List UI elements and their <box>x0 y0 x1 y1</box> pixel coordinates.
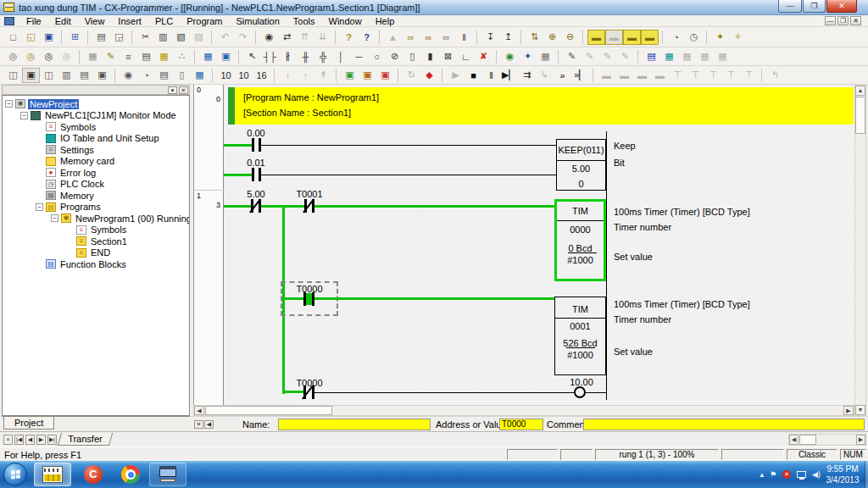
sim-step-button[interactable]: ▶▏ <box>500 68 518 83</box>
tree-item-plc-clock[interactable]: ◷PLC Clock <box>3 179 189 191</box>
restore-button[interactable]: ❐ <box>803 0 826 13</box>
mnemonics-button[interactable]: ▤ <box>137 49 155 64</box>
scroll-thumb[interactable] <box>799 435 816 445</box>
find-button[interactable]: ◉ <box>260 30 278 45</box>
run-mode-button[interactable]: ▬ <box>641 30 659 45</box>
open-button[interactable]: ◱ <box>22 30 40 45</box>
symbol-table-button[interactable]: ▦ <box>155 49 173 64</box>
show-desktop-button[interactable] <box>865 461 868 488</box>
contact-0-00[interactable] <box>252 138 254 152</box>
force-off-button[interactable]: ✧ <box>729 30 747 45</box>
save-button[interactable]: ▣ <box>40 30 58 45</box>
menu-edit[interactable]: Edit <box>48 15 78 27</box>
verify-button[interactable]: ⇅ <box>526 30 543 45</box>
new-or-contact-button[interactable]: ╫ <box>297 49 314 64</box>
menu-tools[interactable]: Tools <box>287 15 322 27</box>
find-report-button[interactable]: ◉ <box>120 68 137 83</box>
ladder-diagram[interactable]: 0 0 1 3 [Program Name : NewProgram1] [Se… <box>193 85 854 405</box>
menu-plc[interactable]: PLC <box>148 15 180 27</box>
select-mode-button[interactable]: ↖ <box>243 49 261 64</box>
tile-horizontal-button[interactable]: ▥ <box>58 68 75 83</box>
taskbar-ccleaner-button[interactable]: C <box>75 463 112 486</box>
mdi-minimize-button[interactable]: — <box>825 16 836 25</box>
address-input[interactable]: T0000 <box>499 419 543 430</box>
flag-icon[interactable]: ⚑ <box>770 470 776 479</box>
output-scrollbar[interactable]: ◀ ▶ <box>788 434 866 446</box>
new-or-closed-contact-button[interactable]: ╬ <box>314 49 332 64</box>
contact-0-01[interactable] <box>252 168 254 181</box>
nav-last-button[interactable]: ▶| <box>47 435 57 445</box>
minimize-button[interactable]: — <box>778 0 802 13</box>
taskbar-cx-programmer-button[interactable] <box>34 463 71 486</box>
menu-insert[interactable]: Insert <box>111 15 148 27</box>
monitor-mode-button[interactable]: ▬ <box>623 30 641 45</box>
simulator-work-button[interactable]: ▣ <box>359 68 376 83</box>
tree-item-programs[interactable]: −▤Programs <box>3 202 189 214</box>
scroll-up-button[interactable]: ▲ <box>855 86 865 96</box>
tree-item-memory-card[interactable]: Memory card <box>3 156 189 168</box>
upload-button[interactable]: ↥ <box>499 30 517 45</box>
close-button[interactable]: ✕ <box>826 0 857 13</box>
window-properties-button[interactable]: ▣ <box>93 68 111 83</box>
paste-button[interactable]: ▧ <box>172 30 190 45</box>
rung-comment-header[interactable]: [Program Name : NewProgram1] [Section Na… <box>228 87 854 125</box>
new-window-button[interactable]: ◫ <box>4 68 22 83</box>
decimal-display-button[interactable]: 10 <box>217 68 235 83</box>
tree-toggle-icon[interactable]: − <box>20 112 28 119</box>
tree-toggle-icon[interactable]: − <box>51 214 58 222</box>
mdi-document-icon[interactable] <box>4 17 14 25</box>
compile-button[interactable]: ⊞ <box>66 30 84 45</box>
monitor-sampling-button[interactable]: ∞ <box>420 30 437 45</box>
sim-continuous-step-button[interactable]: ⇉ <box>518 68 536 83</box>
reset-edge-button[interactable]: ∟ <box>457 49 475 64</box>
replace-button[interactable]: ⇄ <box>278 30 296 45</box>
start-button[interactable] <box>3 463 27 486</box>
tree-item-newproject[interactable]: −✱NewProject <box>3 98 189 110</box>
mdi-close-button[interactable]: ✕ <box>850 16 861 25</box>
context-help-button[interactable]: ? <box>358 30 376 45</box>
scroll-right-button[interactable]: ▶ <box>843 406 854 415</box>
workspace-pin-button[interactable]: ▾ <box>168 86 177 94</box>
scroll-down-button[interactable]: ▼ <box>855 405 865 415</box>
watch-window-button[interactable]: ▦ <box>660 49 678 64</box>
pause-button[interactable]: ‖ <box>455 30 473 45</box>
tree-item-settings[interactable]: ≡Settings <box>3 144 189 156</box>
output-tab-transfer[interactable]: Transfer <box>58 433 113 446</box>
network-icon[interactable] <box>797 471 806 478</box>
menu-window[interactable]: Window <box>322 15 369 27</box>
tray-expand-icon[interactable]: ▴ <box>760 470 764 479</box>
online-edit-button[interactable]: ✎ <box>563 49 581 64</box>
cascade-windows-button[interactable]: ◫ <box>40 68 58 83</box>
speaker-icon[interactable]: ◀) <box>812 470 821 479</box>
partial-transfer-button[interactable]: ⊕ <box>543 30 561 45</box>
scroll-thumb[interactable] <box>205 406 332 415</box>
tree-item-newprogram1-00-running[interactable]: −✱NewProgram1 (00) Running <box>3 213 189 225</box>
horizontal-line-button[interactable]: ─ <box>350 49 368 64</box>
tree-item-symbols[interactable]: ≡Symbols <box>3 225 189 236</box>
sim-pause-button[interactable]: ‖ <box>482 68 500 83</box>
sim-run-to-break-button[interactable]: »▏ <box>571 68 589 83</box>
tree-item-function-blocks[interactable]: ▤Function Blocks <box>3 258 189 270</box>
tree-item-memory[interactable]: ▦Memory <box>3 190 189 202</box>
scroll-left-button[interactable]: ◀ <box>789 435 798 445</box>
watch-sheet-button[interactable]: ◔ <box>137 68 155 83</box>
program-check-button[interactable]: ◉ <box>501 49 519 64</box>
plc-clock-button[interactable]: ◷ <box>685 30 703 45</box>
new-contact-button[interactable]: ┤├ <box>261 49 279 64</box>
print-button[interactable]: ▤ <box>92 30 110 45</box>
simulator-exit-button[interactable]: ▣ <box>376 68 394 83</box>
tree-item-end[interactable]: ≡END <box>3 247 189 259</box>
fieldbar-close-button[interactable]: ✕ <box>194 420 203 429</box>
zoom-out-button[interactable]: ◎ <box>40 49 58 64</box>
tim-instruction-box-0001[interactable]: TIM 0001 526 Bcd #1000 <box>554 297 606 375</box>
cycle-time-button[interactable]: ◔ <box>667 30 685 45</box>
output-window-button[interactable]: ▯ <box>173 68 191 83</box>
taskbar-simulator-button[interactable] <box>149 463 186 486</box>
zoom-in-button[interactable]: ◎ <box>4 49 22 64</box>
tab-project[interactable]: Project <box>3 417 54 430</box>
signed-decimal-button[interactable]: 10 <box>235 68 253 83</box>
contact-t0000[interactable] <box>303 292 306 306</box>
new-closed-coil-button[interactable]: ⊘ <box>386 49 403 64</box>
tree-item-io-table-and-unit-setup[interactable]: IO Table and Unit Setup <box>3 133 189 145</box>
rung-comment-button[interactable]: ✎ <box>102 49 120 64</box>
